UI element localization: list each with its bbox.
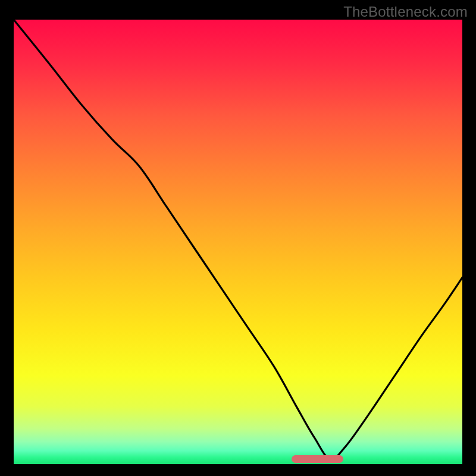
watermark-text: TheBottleneck.com	[343, 4, 468, 20]
bottleneck-curve	[14, 20, 462, 464]
optimal-range-marker	[292, 455, 343, 463]
plot-area	[14, 20, 462, 464]
